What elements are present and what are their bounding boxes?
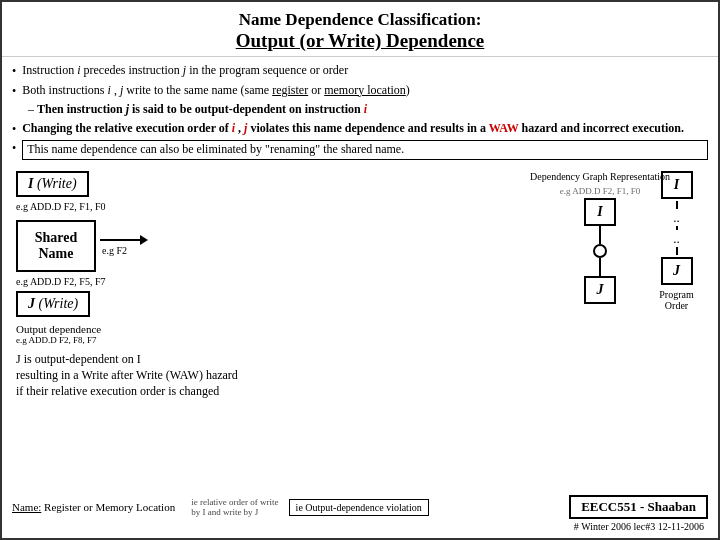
po-line-1 xyxy=(676,201,678,209)
program-order-label: ProgramOrder xyxy=(659,289,693,311)
then-line: – Then instruction j is said to be outpu… xyxy=(28,102,708,118)
violation-box: ie Output-dependence violation xyxy=(289,499,429,516)
po-line-3 xyxy=(676,247,678,255)
bullet-2: • Both instructions i , j write to the s… xyxy=(12,83,708,100)
eg-f2-label: e.g F2 xyxy=(102,245,148,256)
po-i-node: I xyxy=(661,171,693,199)
bullet3-waw: WAW xyxy=(489,121,519,135)
bullet-4: • This name dependence can also be elimi… xyxy=(12,140,708,160)
write-label: ie relative order of writeby I and write… xyxy=(191,497,278,517)
header: Name Dependence Classification: Output (… xyxy=(2,2,718,57)
bullet-text-2: Both instructions i , j write to the sam… xyxy=(22,83,708,99)
bullet2-write: write to the same name (same xyxy=(123,83,272,97)
graph-line-2 xyxy=(599,258,601,276)
bullet1-rest: in the program sequence or order xyxy=(186,63,348,77)
then-said: is said to be output-dependent on instru… xyxy=(129,102,364,116)
bullet-text-3: Changing the relative execution order of… xyxy=(22,121,708,137)
name-text: Register or Memory Location xyxy=(44,501,175,513)
name-label: Name: xyxy=(12,501,41,513)
footer-row: Name: Register or Memory Location ie rel… xyxy=(12,495,708,519)
bullet2-comma: , xyxy=(111,83,120,97)
waw-line3: if their relative execution order is cha… xyxy=(16,383,704,399)
eg-f2-2-label: e.g ADD.D F2, F8, F7 xyxy=(16,335,97,345)
eg1-label: e.g ADD.D F2, F1, F0 xyxy=(16,201,105,212)
left-panel: • Instruction i precedes instruction j i… xyxy=(2,57,718,538)
bullet2-paren: ) xyxy=(406,83,410,97)
waw-line2: resulting in a Write after Write (WAW) h… xyxy=(16,367,704,383)
header-subtitle: Output (or Write) Dependence xyxy=(12,30,708,52)
eg2-label: e.g ADD.D F2, F5, F7 xyxy=(16,276,105,287)
graph-j-node: J xyxy=(584,276,616,304)
graph-circle xyxy=(593,244,607,258)
eecc-box: EECC551 - Shaaban xyxy=(569,495,708,519)
diagram-section: I (Write) e.g ADD.D F2, F1, F0 SharedNam… xyxy=(12,171,708,491)
course-info: # Winter 2006 lec#3 12-11-2006 xyxy=(12,521,708,532)
bullet-section: • Instruction i precedes instruction j i… xyxy=(12,63,708,163)
eecc-label: EECC551 - Shaaban xyxy=(581,499,696,514)
bullet3-changing: Changing the relative execution order of xyxy=(22,121,232,135)
po-j-node: J xyxy=(661,257,693,285)
bullet-text-1: Instruction i precedes instruction j in … xyxy=(22,63,708,79)
po-dots-1: .. xyxy=(673,211,680,224)
bullet1-precedes: precedes instruction xyxy=(81,63,183,77)
page: Name Dependence Classification: Output (… xyxy=(0,0,720,540)
bullet3-hazard: hazard and incorrect execution. xyxy=(518,121,683,135)
header-title: Name Dependence Classification: xyxy=(12,10,708,30)
bullet-1: • Instruction i precedes instruction j i… xyxy=(12,63,708,80)
bullet-text-4: This name dependence can also be elimina… xyxy=(22,140,708,160)
diagram-left: I (Write) e.g ADD.D F2, F1, F0 SharedNam… xyxy=(12,171,708,491)
bullet-dot-3: • xyxy=(12,122,16,138)
shared-name-box: SharedName xyxy=(16,220,96,272)
bullet-3: • Changing the relative execution order … xyxy=(12,121,708,138)
bullet-list-2: • Changing the relative execution order … xyxy=(12,121,708,160)
then-then: Then instruction xyxy=(37,102,126,116)
po-dots-2: .. xyxy=(673,232,680,245)
waw-line1: J is output-dependent on I xyxy=(16,351,704,367)
content: • Instruction i precedes instruction j i… xyxy=(2,57,718,538)
j-label: J xyxy=(28,296,35,311)
bullet2-or: or xyxy=(308,83,324,97)
bullet2-register: register xyxy=(272,83,308,97)
program-order-panel: I .. .. J ProgramOrder xyxy=(649,171,704,311)
dep-graph-panel: Dependency Graph Representation e.g ADD.… xyxy=(555,171,645,304)
i-label: I xyxy=(28,176,33,191)
then-i: i xyxy=(364,102,367,116)
then-dash: – xyxy=(28,102,37,116)
bullet2-memory: memory location xyxy=(324,83,406,97)
bullet2-both: Both instructions xyxy=(22,83,107,97)
graph-line-1 xyxy=(599,226,601,244)
bottom-text: J is output-dependent on I resulting in … xyxy=(16,351,704,400)
graph-i-node: I xyxy=(584,198,616,226)
output-dep-label: Output dependence xyxy=(16,323,101,335)
po-line-2 xyxy=(676,226,678,230)
bullet-dot-2: • xyxy=(12,84,16,100)
bullet3-comma: , xyxy=(235,121,244,135)
bullet1-instruction: Instruction xyxy=(22,63,77,77)
eg-add-small: e.g ADD.D F2, F1, F0 xyxy=(560,186,641,196)
i-write-box: I (Write) xyxy=(16,171,89,197)
bullet-dot-1: • xyxy=(12,64,16,80)
bullet-list: • Instruction i precedes instruction j i… xyxy=(12,63,708,99)
j-write-box: J (Write) xyxy=(16,291,90,317)
bullet3-violates: violates this name dependence and result… xyxy=(247,121,488,135)
name-register: Name: Register or Memory Location xyxy=(12,501,175,513)
bullet-dot-4: • xyxy=(12,141,16,157)
